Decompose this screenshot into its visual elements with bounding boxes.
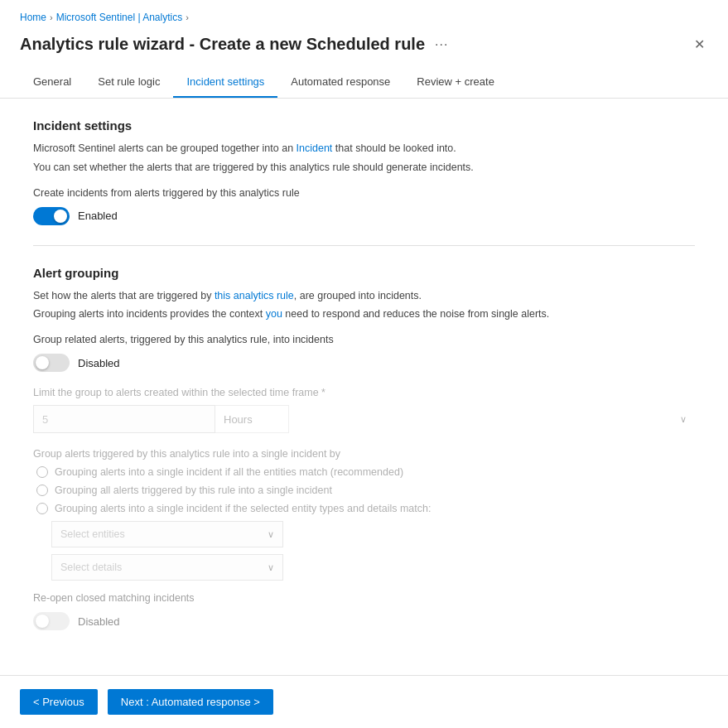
tab-set-rule-logic[interactable]: Set rule logic bbox=[84, 69, 173, 98]
enabled-toggle-row: Enabled bbox=[33, 207, 695, 225]
time-unit-select[interactable]: Hours Minutes Days bbox=[215, 405, 289, 433]
tab-general[interactable]: General bbox=[20, 69, 84, 98]
footer-bar: < Previous Next : Automated response > bbox=[0, 675, 728, 728]
incident-settings-desc2: You can set whether the alerts that are … bbox=[33, 160, 695, 176]
radio-option-1: Grouping alerts into a single incident i… bbox=[33, 466, 695, 478]
incident-settings-section: Incident settings Microsoft Sentinel ale… bbox=[33, 118, 695, 225]
section-divider bbox=[33, 245, 695, 246]
tabs-bar: General Set rule logic Incident settings… bbox=[0, 69, 728, 99]
title-row: Analytics rule wizard - Create a new Sch… bbox=[20, 35, 448, 54]
radio-option-2: Grouping all alerts triggered by this ru… bbox=[33, 485, 695, 496]
group-toggle-thumb bbox=[36, 356, 49, 369]
page-title: Analytics rule wizard - Create a new Sch… bbox=[20, 35, 425, 54]
time-limit-row: Hours Minutes Days bbox=[33, 405, 695, 433]
select-entities-dropdown[interactable]: Select entities ∨ bbox=[51, 521, 283, 547]
create-incidents-label: Create incidents from alerts triggered b… bbox=[33, 187, 695, 199]
group-by-label: Group alerts triggered by this analytics… bbox=[33, 448, 695, 460]
close-icon[interactable]: ✕ bbox=[691, 33, 708, 55]
select-entities-placeholder: Select entities bbox=[60, 528, 125, 540]
incident-settings-desc1: Microsoft Sentinel alerts can be grouped… bbox=[33, 141, 695, 157]
page-header: Analytics rule wizard - Create a new Sch… bbox=[0, 30, 728, 69]
next-button[interactable]: Next : Automated response > bbox=[108, 689, 273, 715]
previous-button[interactable]: < Previous bbox=[20, 689, 98, 715]
more-options-icon[interactable]: ··· bbox=[435, 37, 448, 52]
alert-grouping-desc1: Set how the alerts that are triggered by… bbox=[33, 288, 695, 304]
radio-all-alerts[interactable] bbox=[36, 485, 48, 496]
radio-selected-entities[interactable] bbox=[36, 503, 48, 514]
reopen-toggle-row: Disabled bbox=[33, 612, 695, 630]
enabled-toggle-thumb bbox=[54, 210, 67, 223]
tab-incident-settings[interactable]: Incident settings bbox=[173, 69, 277, 98]
group-toggle-label: Disabled bbox=[78, 357, 120, 369]
reopen-toggle[interactable] bbox=[33, 612, 70, 630]
alert-grouping-title: Alert grouping bbox=[33, 266, 695, 280]
radio-all-entities[interactable] bbox=[36, 466, 48, 478]
radio-all-entities-label: Grouping alerts into a single incident i… bbox=[55, 466, 403, 478]
content-area: Incident settings Microsoft Sentinel ale… bbox=[0, 99, 728, 675]
breadcrumb: Home › Microsoft Sentinel | Analytics › bbox=[0, 0, 728, 30]
time-value-input[interactable] bbox=[33, 405, 215, 433]
reopen-label: Re-open closed matching incidents bbox=[33, 592, 695, 604]
select-details-chevron: ∨ bbox=[268, 562, 274, 573]
select-entities-chevron: ∨ bbox=[268, 529, 274, 540]
tab-automated-response[interactable]: Automated response bbox=[277, 69, 403, 98]
breadcrumb-sep1: › bbox=[50, 12, 53, 22]
reopen-toggle-label: Disabled bbox=[78, 615, 120, 628]
radio-all-alerts-label: Grouping all alerts triggered by this ru… bbox=[55, 485, 332, 496]
group-alerts-label: Group related alerts, triggered by this … bbox=[33, 334, 695, 345]
time-limit-label: Limit the group to alerts created within… bbox=[33, 387, 695, 398]
time-unit-wrapper: Hours Minutes Days bbox=[215, 405, 695, 433]
breadcrumb-sentinel[interactable]: Microsoft Sentinel | Analytics bbox=[56, 12, 183, 23]
breadcrumb-home[interactable]: Home bbox=[20, 12, 46, 23]
enabled-toggle[interactable] bbox=[33, 207, 70, 225]
radio-option-3: Grouping alerts into a single incident i… bbox=[33, 503, 695, 514]
group-toggle[interactable] bbox=[33, 354, 70, 372]
incident-settings-title: Incident settings bbox=[33, 118, 695, 133]
grouping-disabled-section: Limit the group to alerts created within… bbox=[33, 387, 695, 630]
tab-review-create[interactable]: Review + create bbox=[403, 69, 508, 98]
breadcrumb-sep2: › bbox=[186, 12, 189, 22]
reopen-toggle-track bbox=[33, 612, 70, 630]
alert-grouping-desc2: Grouping alerts into incidents provides … bbox=[33, 306, 695, 322]
select-details-placeholder: Select details bbox=[60, 562, 122, 573]
radio-selected-entities-label: Grouping alerts into a single incident i… bbox=[55, 503, 431, 514]
alert-grouping-section: Alert grouping Set how the alerts that a… bbox=[33, 266, 695, 631]
enabled-toggle-label: Enabled bbox=[78, 210, 118, 222]
reopen-toggle-thumb bbox=[36, 615, 49, 628]
group-toggle-row: Disabled bbox=[33, 354, 695, 372]
page-container: Home › Microsoft Sentinel | Analytics › … bbox=[0, 0, 728, 728]
select-details-dropdown[interactable]: Select details ∨ bbox=[51, 554, 283, 581]
